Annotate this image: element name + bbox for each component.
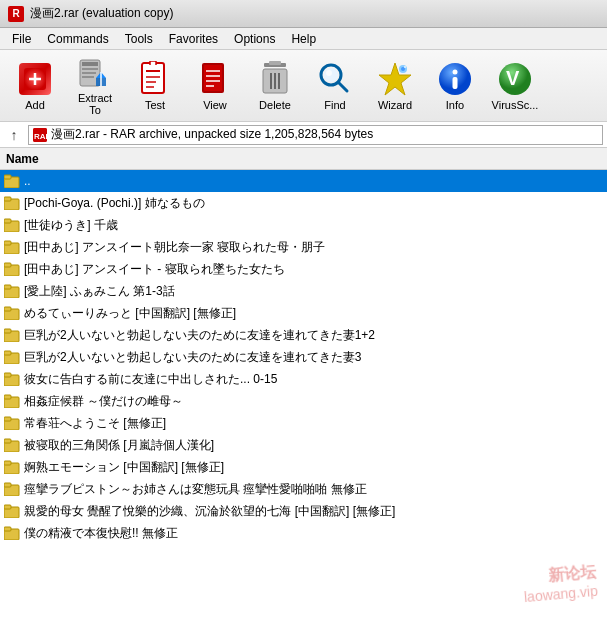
- list-item[interactable]: 相姦症候群 ～僕だけの雌母～: [0, 390, 607, 412]
- folder-icon: [4, 305, 20, 321]
- list-item[interactable]: 常春荘へようこそ [無修正]: [0, 412, 607, 434]
- svg-point-37: [453, 69, 458, 74]
- folder-icon: [4, 349, 20, 365]
- list-item[interactable]: [田中あじ] アンスイート - 寝取られ墜ちた女たち: [0, 258, 607, 280]
- svg-rect-46: [4, 197, 11, 201]
- menu-commands[interactable]: Commands: [39, 30, 116, 48]
- extract-icon: [77, 56, 113, 90]
- svg-rect-23: [269, 61, 281, 65]
- list-item[interactable]: [愛上陸] ふぁみこん 第1-3話: [0, 280, 607, 302]
- svg-rect-74: [4, 505, 11, 509]
- view-button[interactable]: View: [186, 56, 244, 116]
- virus-icon: V: [497, 61, 533, 97]
- folder-icon: [4, 195, 20, 211]
- add-label: Add: [25, 99, 45, 111]
- virusscan-button[interactable]: V VirusSc...: [486, 56, 544, 116]
- info-button[interactable]: Info: [426, 56, 484, 116]
- file-name: 婀熟エモーション [中国翻訳] [無修正]: [24, 459, 224, 476]
- svg-line-30: [338, 82, 347, 91]
- menu-options[interactable]: Options: [226, 30, 283, 48]
- folder-icon: [4, 173, 20, 189]
- folder-icon: [4, 415, 20, 431]
- wizard-button[interactable]: Wizard: [366, 56, 424, 116]
- svg-rect-54: [4, 285, 11, 289]
- find-label: Find: [324, 99, 345, 111]
- svg-point-35: [404, 66, 406, 68]
- folder-icon: [4, 503, 20, 519]
- file-name: 常春荘へようこそ [無修正]: [24, 415, 166, 432]
- list-item[interactable]: 彼女に告白する前に友達に中出しされた... 0-15: [0, 368, 607, 390]
- file-name: 巨乳が2人いないと勃起しない夫のために友達を連れてきた妻3: [24, 349, 361, 366]
- folder-icon: [4, 217, 20, 233]
- file-name: 痙攣ラブピストン～お姉さんは変態玩具 痙攣性愛啪啪啪 無修正: [24, 481, 367, 498]
- svg-rect-11: [142, 63, 164, 93]
- menu-file[interactable]: File: [4, 30, 39, 48]
- file-name: めるてぃーりみっと [中国翻訳] [無修正]: [24, 305, 236, 322]
- file-name: 親愛的母女 覺醒了悅樂的沙織、沉淪於欲望的七海 [中国翻訳] [無修正]: [24, 503, 395, 520]
- info-icon: [437, 61, 473, 97]
- address-input[interactable]: RAR 漫画2.rar - RAR archive, unpacked size…: [28, 125, 603, 145]
- svg-rect-7: [82, 76, 94, 78]
- find-button[interactable]: Find: [306, 56, 364, 116]
- list-item[interactable]: 痙攣ラブピストン～お姉さんは変態玩具 痙攣性愛啪啪啪 無修正: [0, 478, 607, 500]
- app-icon: R: [8, 6, 24, 22]
- rar-icon: RAR: [33, 128, 47, 142]
- svg-rect-52: [4, 263, 11, 267]
- delete-label: Delete: [259, 99, 291, 111]
- folder-icon: [4, 459, 20, 475]
- folder-icon: [4, 437, 20, 453]
- wizard-icon: [377, 61, 413, 97]
- list-item[interactable]: 巨乳が2人いないと勃起しない夫のために友達を連れてきた妻3: [0, 346, 607, 368]
- list-item[interactable]: めるてぃーりみっと [中国翻訳] [無修正]: [0, 302, 607, 324]
- svg-rect-76: [4, 527, 11, 531]
- svg-rect-68: [4, 439, 11, 443]
- svg-rect-17: [204, 65, 222, 91]
- list-item[interactable]: [田中あじ] アンスイート朝比奈一家 寝取られた母・朋子: [0, 236, 607, 258]
- folder-icon: [4, 283, 20, 299]
- address-bar: ↑ RAR 漫画2.rar - RAR archive, unpacked si…: [0, 122, 607, 148]
- view-label: View: [203, 99, 227, 111]
- file-name: 巨乳が2人いないと勃起しない夫のために友達を連れてきた妻1+2: [24, 327, 375, 344]
- delete-button[interactable]: Delete: [246, 56, 304, 116]
- info-label: Info: [446, 99, 464, 111]
- list-item[interactable]: [世徒ゆうき] 千歳: [0, 214, 607, 236]
- add-icon: [17, 61, 53, 97]
- svg-rect-64: [4, 395, 11, 399]
- list-item[interactable]: 婀熟エモーション [中国翻訳] [無修正]: [0, 456, 607, 478]
- svg-rect-5: [82, 68, 98, 70]
- list-item[interactable]: 僕の精液で本復快慰!! 無修正: [0, 522, 607, 544]
- add-button[interactable]: Add: [6, 56, 64, 116]
- view-icon: [197, 61, 233, 97]
- list-item[interactable]: [Pochi-Goya. (Pochi.)] 姉なるもの: [0, 192, 607, 214]
- list-item[interactable]: 巨乳が2人いないと勃起しない夫のために友達を連れてきた妻1+2: [0, 324, 607, 346]
- menu-bar: File Commands Tools Favorites Options He…: [0, 28, 607, 50]
- file-name: 被寝取的三角関係 [月嵐詩個人漢化]: [24, 437, 214, 454]
- folder-icon: [4, 327, 20, 343]
- folder-icon: [4, 525, 20, 541]
- svg-rect-6: [82, 72, 96, 74]
- svg-rect-60: [4, 351, 11, 355]
- extract-button[interactable]: Extract To: [66, 56, 124, 116]
- svg-point-31: [326, 70, 332, 76]
- delete-icon: [257, 61, 293, 97]
- svg-rect-4: [82, 62, 98, 66]
- list-item[interactable]: 被寝取的三角関係 [月嵐詩個人漢化]: [0, 434, 607, 456]
- svg-text:RAR: RAR: [34, 132, 47, 141]
- file-name: [田中あじ] アンスイート朝比奈一家 寝取られた母・朋子: [24, 239, 325, 256]
- list-item[interactable]: ..: [0, 170, 607, 192]
- file-list[interactable]: ..[Pochi-Goya. (Pochi.)] 姉なるもの[世徒ゆうき] 千歳…: [0, 170, 607, 642]
- menu-help[interactable]: Help: [283, 30, 324, 48]
- folder-icon: [4, 261, 20, 277]
- svg-rect-38: [453, 77, 458, 89]
- menu-favorites[interactable]: Favorites: [161, 30, 226, 48]
- menu-tools[interactable]: Tools: [117, 30, 161, 48]
- test-button[interactable]: Test: [126, 56, 184, 116]
- svg-rect-48: [4, 219, 11, 223]
- file-list-header: Name: [0, 148, 607, 170]
- extract-label: Extract To: [71, 92, 119, 116]
- file-name: ..: [24, 174, 31, 188]
- nav-up-button[interactable]: ↑: [4, 125, 24, 145]
- find-icon: [317, 61, 353, 97]
- svg-text:V: V: [506, 67, 520, 89]
- list-item[interactable]: 親愛的母女 覺醒了悅樂的沙織、沉淪於欲望的七海 [中国翻訳] [無修正]: [0, 500, 607, 522]
